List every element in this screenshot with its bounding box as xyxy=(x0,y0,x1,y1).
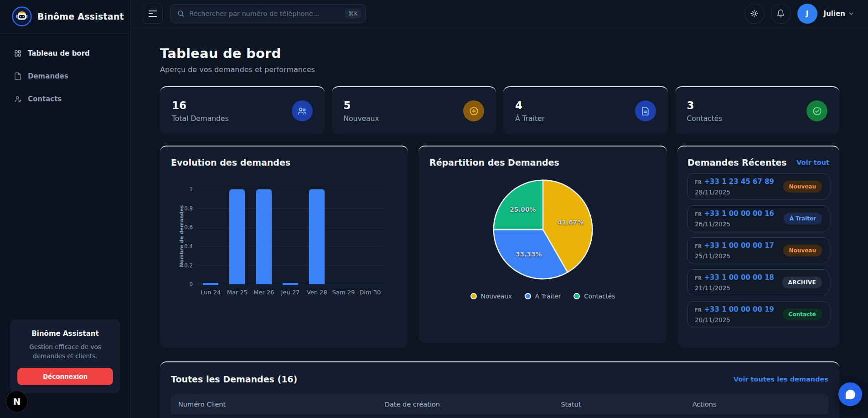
list-item: FR+33 1 00 00 00 17 25/11/2025 Nouveau xyxy=(687,237,829,263)
search-input[interactable] xyxy=(189,10,341,17)
status-badge: Contacté xyxy=(783,308,822,320)
pie-slice-label: 41.67% xyxy=(557,219,583,226)
item-date: 25/11/2025 xyxy=(695,252,774,260)
status-badge: Nouveau xyxy=(783,181,822,193)
stat-label: Total Demandes xyxy=(172,115,228,123)
check-circle-icon xyxy=(812,106,822,116)
list-item: FR+33 1 00 00 00 16 26/11/2025 À Traiter xyxy=(687,205,829,231)
pie-slice xyxy=(493,180,542,230)
column-header: Date de création xyxy=(377,401,553,408)
theme-toggle-button[interactable] xyxy=(744,4,765,24)
stat-value: 3 xyxy=(687,99,723,111)
legend-dot xyxy=(470,293,477,299)
dashboard-content: Tableau de bord Aperçu de vos demandes e… xyxy=(131,27,868,418)
phone-link[interactable]: +33 1 23 45 67 89 xyxy=(704,178,775,186)
bar-chart-title: Evolution des demandes xyxy=(171,157,397,167)
phone-link[interactable]: +33 1 00 00 00 18 xyxy=(704,273,775,282)
bar-zero-stub xyxy=(283,283,298,285)
chat-bubble-button[interactable] xyxy=(838,382,862,406)
phone-link[interactable]: +33 1 00 00 00 17 xyxy=(704,241,775,250)
stat-label: Nouveaux xyxy=(344,115,379,123)
chevron-down-icon xyxy=(848,10,854,17)
footer-card-title: Binôme Assistant xyxy=(17,329,113,338)
pie-slice-label: 33.33% xyxy=(515,251,541,258)
legend-dot xyxy=(525,293,531,299)
bar xyxy=(309,189,325,284)
view-all-link[interactable]: Voir tout xyxy=(796,159,829,166)
bar-xlabels: Lun 24Mar 25Mer 26Jeu 27Ven 28Sam 29Dim … xyxy=(197,289,383,296)
bar-yticks: 00.20.40.60.81 xyxy=(179,189,197,284)
stat-icon-wrap xyxy=(806,100,827,121)
footer-card-description: Gestion efficace de vos demandes et clie… xyxy=(17,342,113,361)
list-item: FR+33 1 23 45 67 89 28/11/2025 Nouveau xyxy=(687,173,829,199)
view-all-demands-link[interactable]: Voir toutes les demandes xyxy=(734,376,828,383)
search-icon xyxy=(177,10,185,17)
sidebar-nav: Tableau de bord Demandes Contacts xyxy=(0,33,130,119)
legend-item-contactes[interactable]: Contactés xyxy=(574,293,615,300)
charts-row: Evolution des demandes Nombre de demande… xyxy=(160,146,839,348)
item-date: 21/11/2025 xyxy=(695,284,774,292)
topbar-actions: J Julien xyxy=(744,4,854,24)
hamburger-icon xyxy=(149,10,157,17)
topbar: ⌘K J Julien xyxy=(131,0,868,27)
all-demands-card: Toutes les Demandes (16) Voir toutes les… xyxy=(160,361,839,418)
bar-zero-stub xyxy=(203,283,218,285)
user-avatar[interactable]: J xyxy=(797,4,817,24)
user-menu[interactable]: Julien xyxy=(824,10,854,18)
main-area: ⌘K J Julien Tableau de bord Aperçu de vo… xyxy=(131,0,868,418)
stat-icon-wrap xyxy=(635,100,656,121)
table-title: Toutes les Demandes (16) xyxy=(171,374,297,384)
logout-button[interactable]: Déconnexion xyxy=(17,368,113,385)
country-code: FR xyxy=(695,180,702,185)
phone-link[interactable]: +33 1 00 00 00 19 xyxy=(704,305,775,314)
bar-columns xyxy=(197,189,383,284)
column-header: Statut xyxy=(553,401,685,408)
pie-chart-card: Répartition des Demandes 41.67%33.33%25.… xyxy=(418,146,667,343)
contacts-icon xyxy=(14,95,22,103)
stat-card-a-traiter: 4 À Traiter xyxy=(503,86,668,135)
pie-slice-label: 25.00% xyxy=(510,206,536,213)
item-date: 28/11/2025 xyxy=(695,188,774,196)
legend-item-a-traiter[interactable]: À Traiter xyxy=(525,293,561,300)
sidebar-item-label: Contacts xyxy=(28,95,62,103)
search-bar: ⌘K xyxy=(170,4,366,23)
bar-plot xyxy=(197,189,383,284)
sidebar-item-label: Demandes xyxy=(28,72,68,80)
bar-chart-card: Evolution des demandes Nombre de demande… xyxy=(160,146,408,348)
search-shortcut-badge: ⌘K xyxy=(345,9,361,19)
stat-value: 5 xyxy=(344,99,379,111)
notifications-button[interactable] xyxy=(771,4,791,24)
recent-demands-card: Demandes Récentes Voir tout FR+33 1 23 4… xyxy=(677,146,839,348)
stat-value: 16 xyxy=(172,99,228,111)
country-code: FR xyxy=(695,308,702,313)
stat-card-contactes: 3 Contactés xyxy=(675,86,840,135)
list-item: FR+33 1 00 00 00 18 21/11/2025 ARCHIVE xyxy=(687,269,829,295)
stat-label: Contactés xyxy=(687,115,723,123)
sun-icon xyxy=(750,9,759,18)
country-code: FR xyxy=(695,212,702,217)
stat-card-total-demandes: 16 Total Demandes xyxy=(160,86,325,135)
item-date: 26/11/2025 xyxy=(695,220,774,228)
document-icon xyxy=(14,72,22,80)
status-badge: Nouveau xyxy=(783,245,822,256)
sidebar-item-tableau-de-bord[interactable]: Tableau de bord xyxy=(6,43,124,63)
table-row: FR+33 1 23 45 67 89 28/11/2025 Nouveau V… xyxy=(171,414,828,418)
sidebar-item-contacts[interactable]: Contacts xyxy=(6,89,124,109)
pie-chart: 41.67%33.33%25.00% xyxy=(489,176,597,283)
chat-icon xyxy=(846,390,855,399)
sidebar-toggle-button[interactable] xyxy=(143,4,163,24)
nextjs-dev-badge[interactable]: N xyxy=(6,391,27,412)
grid-icon xyxy=(14,49,22,57)
sidebar-item-demandes[interactable]: Demandes xyxy=(6,66,124,86)
item-date: 20/11/2025 xyxy=(695,316,774,324)
legend-item-nouveaux[interactable]: Nouveaux xyxy=(470,293,512,300)
country-code: FR xyxy=(695,244,702,249)
pie-legend: Nouveaux À Traiter Contactés xyxy=(429,293,656,300)
sidebar-footer-card: Binôme Assistant Gestion efficace de vos… xyxy=(10,319,120,394)
page-subtitle: Aperçu de vos demandes et performances xyxy=(160,65,839,74)
stat-cards: 16 Total Demandes 5 Nouveaux 4 À Traiter xyxy=(160,86,839,135)
robot-logo-icon xyxy=(12,6,32,26)
file-icon xyxy=(640,106,651,116)
phone-link[interactable]: +33 1 00 00 00 16 xyxy=(704,209,775,218)
brand-header[interactable]: Binôme Assistant xyxy=(0,0,130,33)
